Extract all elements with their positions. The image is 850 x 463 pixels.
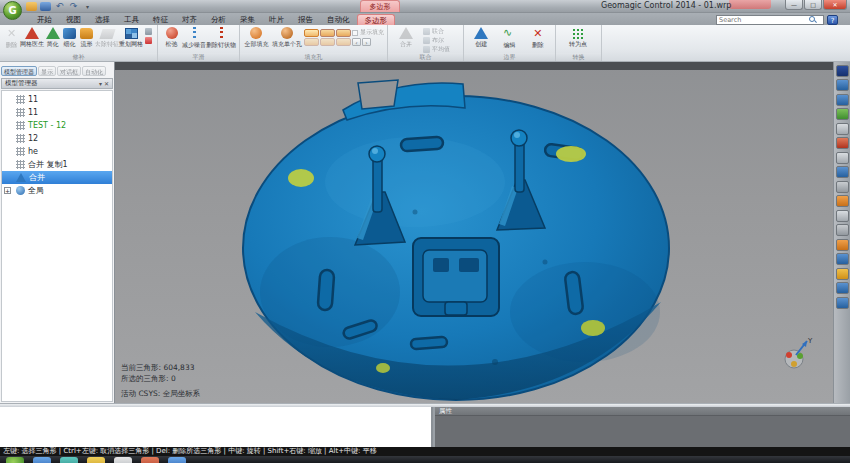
open-icon[interactable] xyxy=(26,2,37,11)
panel-tab-display[interactable]: 显示 xyxy=(38,66,56,76)
boundary-create-button[interactable]: 创建 xyxy=(467,26,495,47)
refine-button[interactable]: 细化 xyxy=(61,26,78,47)
taskbar-icon[interactable] xyxy=(141,457,159,463)
viewport-tool-icon-3[interactable] xyxy=(836,94,849,106)
tab-automation[interactable]: 自动化 xyxy=(320,14,357,25)
average-button[interactable]: 平均值 xyxy=(423,45,450,53)
save-icon[interactable] xyxy=(40,2,51,11)
show-fill-checkbox[interactable]: 显示填充 xyxy=(352,28,384,37)
tree-item-global[interactable]: + 全局 xyxy=(2,184,112,197)
search-box[interactable] xyxy=(716,15,824,25)
geomagic-logo-icon[interactable]: G xyxy=(3,1,22,20)
tab-start[interactable]: 开始 xyxy=(30,14,59,25)
search-input[interactable] xyxy=(717,16,809,24)
tab-polygons-active[interactable]: 多边形 xyxy=(357,14,396,25)
taskbar-icon[interactable] xyxy=(114,457,132,463)
taskbar-start-icon[interactable] xyxy=(6,457,24,463)
taskbar-icon[interactable] xyxy=(33,457,51,463)
viewport-tool-icon-2[interactable] xyxy=(836,79,849,91)
sharpen-tool-button[interactable] xyxy=(145,27,152,35)
viewport-tool-icon-17[interactable] xyxy=(836,297,849,309)
viewport-tool-icon-8[interactable] xyxy=(836,166,849,178)
viewport-tool-icon-1[interactable] xyxy=(836,65,849,77)
mesh-doctor-button[interactable]: 网格医生 xyxy=(20,26,44,47)
orientation-gizmo[interactable]: Y xyxy=(777,335,815,375)
combine-button[interactable]: 联合 xyxy=(423,27,450,35)
tab-analysis[interactable]: 分析 xyxy=(204,14,233,25)
fill-all-button[interactable]: 全部填充 xyxy=(243,26,270,47)
undo-icon[interactable]: ↶ xyxy=(54,2,65,11)
quick-access-dropdown-icon[interactable]: ▾ xyxy=(82,2,93,11)
fill-mode-flat-button[interactable] xyxy=(336,29,351,37)
viewport-tool-icon-10[interactable] xyxy=(836,195,849,207)
panel-tab-automation[interactable]: 自动化 xyxy=(82,66,106,76)
boundary-delete-button[interactable]: 删除 xyxy=(524,26,552,48)
remove-spikes-button[interactable]: 删除钉状物 xyxy=(206,26,236,48)
help-button[interactable]: ? xyxy=(827,15,838,25)
panel-close-icon[interactable]: ✕ xyxy=(104,80,109,87)
relax-button[interactable]: 松弛 xyxy=(161,26,182,47)
expand-icon[interactable]: + xyxy=(4,187,11,194)
next-hole-button[interactable]: › xyxy=(362,38,371,46)
tab-select[interactable]: 选择 xyxy=(88,14,117,25)
fill-partial-button[interactable] xyxy=(320,38,335,46)
minimize-button[interactable]: — xyxy=(785,0,803,10)
panel-tab-dialog[interactable]: 对话框 xyxy=(57,66,81,76)
prev-hole-button[interactable]: ‹ xyxy=(352,38,361,46)
tree-item[interactable]: 11 xyxy=(2,93,112,106)
reduce-noise-button[interactable]: 减少噪音 xyxy=(182,26,206,48)
convert-to-points-button[interactable]: 转为点 xyxy=(559,26,597,47)
redo-icon[interactable]: ↷ xyxy=(68,2,79,11)
taskbar-icon[interactable] xyxy=(60,457,78,463)
tab-tools[interactable]: 工具 xyxy=(117,14,146,25)
fill-complete-button[interactable] xyxy=(336,38,351,46)
fill-single-button[interactable]: 填充单个孔 xyxy=(270,26,304,47)
tab-features[interactable]: 特征 xyxy=(146,14,175,25)
boolean-button[interactable]: 布尔 xyxy=(423,36,450,44)
panel-tab-model-manager[interactable]: 模型管理器 xyxy=(1,66,37,76)
tab-report[interactable]: 报告 xyxy=(291,14,320,25)
viewport-tool-icon-16[interactable] xyxy=(836,282,849,294)
tab-view[interactable]: 视图 xyxy=(59,14,88,25)
tab-capture[interactable]: 采集 xyxy=(233,14,262,25)
manifold-button[interactable]: 流形 xyxy=(78,26,95,47)
defeature-button[interactable]: 去除特征 xyxy=(95,26,119,47)
viewport-tool-icon-15[interactable] xyxy=(836,268,849,280)
fill-mode-curvature-button[interactable] xyxy=(304,29,319,37)
delete-button[interactable]: 删除 xyxy=(3,26,20,48)
search-icon[interactable] xyxy=(809,16,816,23)
tree-item[interactable]: 12 xyxy=(2,132,112,145)
tree-item[interactable]: 11 xyxy=(2,106,112,119)
panel-pin-icon[interactable]: ▾ xyxy=(99,80,102,87)
viewport-tool-icon-6[interactable] xyxy=(836,137,849,149)
remesh-button[interactable]: 重划网格 xyxy=(119,26,143,47)
tree-item[interactable]: TEST - 12 xyxy=(2,119,112,132)
viewport-tool-icon-7[interactable] xyxy=(836,152,849,164)
merge-button[interactable]: 合并 xyxy=(391,26,421,47)
close-button[interactable]: ✕ xyxy=(823,0,847,10)
taskbar-icon[interactable] xyxy=(87,457,105,463)
viewport-tool-icon-11[interactable] xyxy=(836,210,849,222)
tree-item-selected[interactable]: 合并 xyxy=(2,171,112,184)
viewport-tool-icon-13[interactable] xyxy=(836,239,849,251)
viewport-tool-icon-14[interactable] xyxy=(836,253,849,265)
panel-tab-strip: 模型管理器 显示 对话框 自动化 xyxy=(0,62,114,77)
tree-item[interactable]: he xyxy=(2,145,112,158)
spike-tool-button[interactable] xyxy=(145,36,152,44)
fill-mode-tangent-button[interactable] xyxy=(320,29,335,37)
viewport-tool-icon-9[interactable] xyxy=(836,181,849,193)
taskbar-icon[interactable] xyxy=(168,457,186,463)
tab-align[interactable]: 对齐 xyxy=(175,14,204,25)
boundary-edit-button[interactable]: 编辑 xyxy=(495,26,523,48)
viewport-tool-icon-12[interactable] xyxy=(836,224,849,236)
tree-item[interactable]: 合并 复制1 xyxy=(2,158,112,171)
point-cloud-icon xyxy=(16,108,25,117)
viewport-3d[interactable]: 当前三角形: 604,833 所选的三角形: 0 活动 CSYS: 全局坐标系 … xyxy=(115,62,833,403)
tab-blade[interactable]: 叶片 xyxy=(262,14,291,25)
simplify-button[interactable]: 简化 xyxy=(44,26,61,47)
viewport-tool-icon-5[interactable] xyxy=(836,123,849,135)
fill-bridge-button[interactable] xyxy=(304,38,319,46)
viewport-tool-icon-4[interactable] xyxy=(836,108,849,120)
scanned-mesh-model[interactable] xyxy=(115,62,833,403)
maximize-button[interactable]: □ xyxy=(804,0,822,10)
